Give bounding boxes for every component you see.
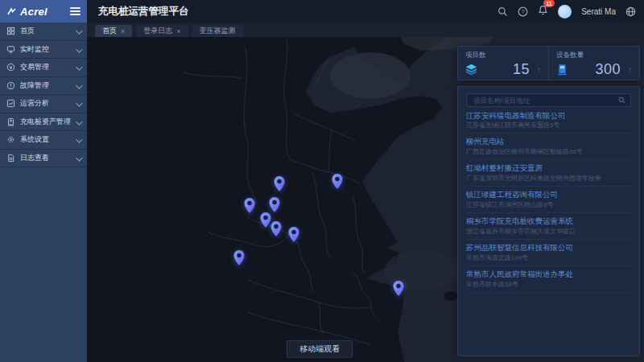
help-icon[interactable]: ? <box>518 6 528 17</box>
home-grid-icon <box>6 27 15 35</box>
tab-transformer-monitor[interactable]: 变压器监测 <box>192 25 243 37</box>
project-name: 柳州充电站 <box>466 137 631 146</box>
project-name: 桐乡市学院充电桩收费运营系统 <box>466 216 631 226</box>
menu-collapse-icon[interactable] <box>70 6 80 17</box>
pin-icon <box>287 226 299 242</box>
tab-label: 变压器监测 <box>200 26 236 36</box>
stats-card: 项目数 15 ↑ 设备数量 <box>457 46 640 80</box>
globe-icon[interactable] <box>625 6 636 17</box>
search-icon[interactable] <box>618 97 625 104</box>
stat-devices: 设备数量 300 ↑ <box>548 47 639 80</box>
chevron-down-icon <box>76 118 82 125</box>
fault-alert-icon <box>6 81 15 90</box>
user-name[interactable]: Serati Ma <box>581 7 616 16</box>
map-pin[interactable] <box>233 249 245 265</box>
map-pin[interactable] <box>392 280 404 296</box>
map-pin[interactable] <box>270 220 283 237</box>
project-address: 江苏省无锡江阴市南闸东盟路5号 <box>466 121 631 130</box>
stat-value: 300 <box>595 61 621 78</box>
pin-icon <box>244 197 256 213</box>
document-icon <box>6 154 15 162</box>
project-address: 常熟市联丰路58号 <box>466 281 631 289</box>
project-list-item[interactable]: 柳州充电站 广西壮族自治区柳州市柳南区航银路66号 <box>466 134 631 160</box>
chevron-down-icon <box>76 64 82 70</box>
project-list-item[interactable]: 红坳村整村搬迁安置房 广东省深圳市光明新区科奥路光明外国语学校旁 <box>466 160 631 187</box>
map-pin[interactable] <box>332 173 344 189</box>
pin-icon <box>332 173 344 189</box>
pin-icon <box>233 249 245 265</box>
sidebar-item-transactions[interactable]: 交易管理 <box>0 59 87 77</box>
tab-close-icon[interactable]: × <box>121 27 125 35</box>
logo-bar: Acrel <box>0 0 87 23</box>
pin-icon <box>270 220 283 237</box>
chevron-down-icon <box>76 27 82 34</box>
chevron-down-icon <box>76 136 82 142</box>
pin-icon <box>274 175 286 191</box>
tabbar: 首页 × 登录日志 × 变压器监测 <box>87 23 644 37</box>
project-name: 常熟市人民政府常福街道办事处 <box>466 269 631 279</box>
search-icon[interactable] <box>497 6 508 17</box>
topbar: 充电桩运营管理平台 ? 11 Serati Ma <box>87 0 644 23</box>
chevron-down-icon <box>76 46 82 52</box>
sidebar-item-faults[interactable]: 故障管理 <box>0 77 87 96</box>
pin-icon <box>392 280 404 296</box>
chevron-down-icon <box>76 82 82 88</box>
sidebar-item-settings[interactable]: 系统设置 <box>0 131 87 150</box>
sidebar-item-realtime-monitor[interactable]: 实时监控 <box>0 41 87 60</box>
project-list-item[interactable]: 镇江绿建工程咨询有限公司 江苏省镇江市润州区檀山路8号 <box>466 187 631 213</box>
project-list-item[interactable]: 苏州品联智慧信息科技有限公司 常熟市海虞北路199号 <box>466 240 631 266</box>
sidebar-item-label: 故障管理 <box>20 80 49 91</box>
tab-home[interactable]: 首页 × <box>95 25 132 37</box>
sidebar-item-charging-assets[interactable]: 充电桩资产管理 <box>0 113 87 132</box>
sidebar-menu: 首页 实时监控 交易管理 故障管理 运营分析 充电桩资产管理 <box>0 23 87 167</box>
stat-label: 设备数量 <box>556 51 632 60</box>
sidebar-item-logs[interactable]: 日志查看 <box>0 150 87 168</box>
sidebar-item-label: 系统设置 <box>20 134 49 145</box>
gear-icon <box>6 135 15 144</box>
project-list-item[interactable]: 桐乡市学院充电桩收费运营系统 浙江省嘉兴市桐乡市宗福大道文华路口 <box>466 213 631 240</box>
tab-label: 登录日志 <box>143 26 172 36</box>
project-list-item[interactable]: 江苏安科瑞电器制造有限公司 江苏省无锡江阴市南闸东盟路5号 <box>466 107 631 134</box>
app-root: Acrel 首页 实时监控 交易管理 故障管理 运营分析 <box>0 0 644 362</box>
stat-label: 项目数 <box>465 51 541 60</box>
acrel-logo-icon <box>6 6 17 17</box>
project-name: 红坳村整村搬迁安置房 <box>466 163 631 173</box>
tab-close-icon[interactable]: × <box>176 27 180 35</box>
project-name: 镇江绿建工程咨询有限公司 <box>466 190 631 200</box>
chevron-down-icon <box>76 154 82 161</box>
stat-value: 15 <box>513 61 530 78</box>
map-pin[interactable] <box>274 175 286 191</box>
sidebar-item-label: 首页 <box>20 26 35 36</box>
sidebar-item-label: 交易管理 <box>20 62 49 72</box>
tab-login-log[interactable]: 登录日志 × <box>136 25 188 37</box>
topbar-actions: ? 11 Serati Ma <box>497 4 644 19</box>
page-title: 充电桩运营管理平台 <box>87 5 189 19</box>
sidebar-item-home[interactable]: 首页 <box>0 23 87 41</box>
mobile-view-button[interactable]: 移动端观看 <box>287 340 353 358</box>
trend-up-icon: ↑ <box>537 65 541 74</box>
charging-pile-icon <box>556 64 568 76</box>
sidebar-item-analytics[interactable]: 运营分析 <box>0 95 87 113</box>
map-pin[interactable] <box>244 197 256 213</box>
project-address: 常熟市海虞北路199号 <box>466 254 631 262</box>
project-address: 广东省深圳市光明新区科奥路光明外国语学校旁 <box>466 175 631 183</box>
avatar[interactable] <box>558 5 572 19</box>
tab-label: 首页 <box>102 26 117 36</box>
notification-badge: 11 <box>543 0 554 7</box>
project-search-box <box>466 93 631 107</box>
sidebar-item-label: 充电桩资产管理 <box>20 117 71 127</box>
project-search-input[interactable] <box>472 96 618 105</box>
charging-pile-icon <box>6 117 15 126</box>
notifications-button[interactable]: 11 <box>538 4 548 19</box>
map-pin[interactable] <box>268 197 280 213</box>
sidebar-item-label: 运营分析 <box>20 98 49 109</box>
project-address: 浙江省嘉兴市桐乡市宗福大道文华路口 <box>466 228 631 236</box>
map-pin[interactable] <box>287 226 299 242</box>
stat-projects: 项目数 15 ↑ <box>458 47 548 80</box>
project-list-item[interactable]: 常熟市人民政府常福街道办事处 常熟市联丰路58号 <box>466 266 631 293</box>
svg-text:?: ? <box>522 8 525 15</box>
project-address: 广西壮族自治区柳州市柳南区航银路66号 <box>466 148 631 156</box>
project-list: 江苏安科瑞电器制造有限公司 江苏省无锡江阴市南闸东盟路5号 柳州充电站 广西壮族… <box>466 107 631 293</box>
monitor-icon <box>6 45 15 54</box>
pin-icon <box>268 197 280 213</box>
